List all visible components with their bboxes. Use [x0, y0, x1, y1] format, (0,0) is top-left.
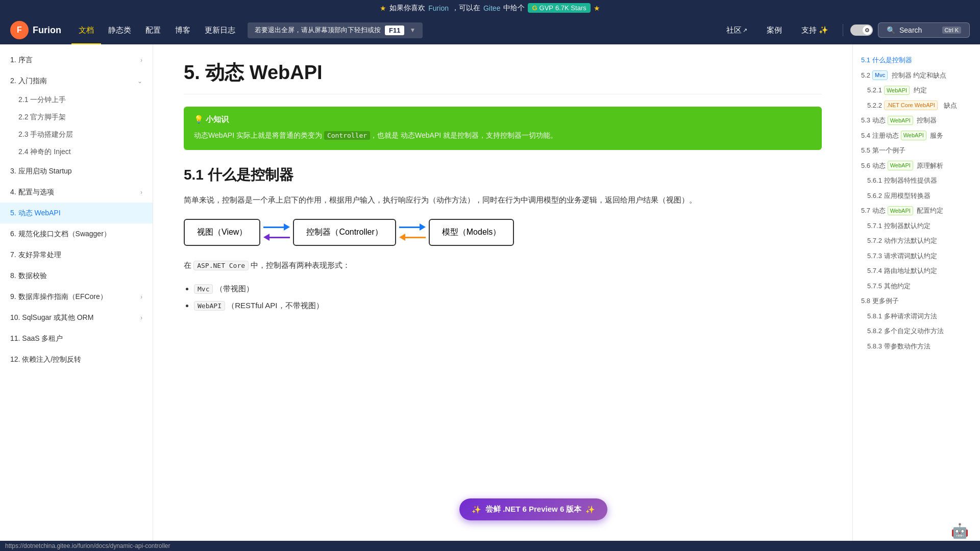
toc-item-581[interactable]: 5.8.1 多种请求谓词方法 — [853, 309, 975, 324]
bullet-item-webapi: WebAPI （RESTful API，不带视图） — [194, 299, 822, 312]
nav-item-community[interactable]: 社区 ↗ — [719, 16, 754, 44]
info-box: 💡 小知识 动态WebAPI 实际上就是将普通的类变为 Controller，也… — [184, 107, 822, 150]
nav-item-docs[interactable]: 文档 — [71, 16, 101, 44]
nav-item-blog[interactable]: 博客 — [168, 16, 198, 44]
toc-item-522[interactable]: 5.2.2 .NET Core WebAPI 缺点 — [853, 98, 975, 113]
sidebar-item-preface[interactable]: 1. 序言 › — [0, 49, 153, 70]
star-right: ★ — [594, 4, 600, 12]
sidebar-item-quickstart[interactable]: 2.1 一分钟上手 — [0, 91, 153, 109]
toc-item-574[interactable]: 5.7.4 路由地址默认约定 — [853, 263, 975, 279]
sidebar-item-sqlsugar[interactable]: 10. SqlSugar 或其他 ORM › — [0, 307, 153, 328]
toggle-knob: ⚙ — [863, 26, 872, 35]
sidebar-item-webapi[interactable]: 5. 动态 WebAPI — [0, 203, 153, 223]
chevron-icon: › — [140, 292, 142, 302]
toc-webapi-badge4: WebAPI — [888, 161, 913, 170]
toc-item-573[interactable]: 5.7.3 请求谓词默认约定 — [853, 248, 975, 264]
status-url: https://dotnetchina.gitee.io/furion/docs… — [5, 542, 170, 549]
diagram-controller: 控制器（Controller） — [293, 219, 396, 246]
info-box-text: 动态WebAPI 实际上就是将普通的类变为 Controller，也就是 动态W… — [194, 130, 812, 142]
toc-item-583[interactable]: 5.8.3 带参数动作方法 — [853, 339, 975, 354]
sidebar-item-exceptions[interactable]: 7. 友好异常处理 — [0, 244, 153, 265]
diagram-model: 模型（Models） — [429, 219, 514, 246]
aspnetcore-badge: ASP.NET Core — [193, 261, 249, 270]
gvp-badge: G GVP 6.7K Stars — [528, 3, 590, 13]
toc-item-57[interactable]: 5.7 动态 WebAPI 配置约定 — [853, 203, 975, 218]
search-label: Search — [899, 26, 922, 34]
webapi-text: （RESTful API，不带视图） — [227, 301, 323, 310]
sidebar-item-config[interactable]: 4. 配置与选项 › — [0, 182, 153, 203]
search-button[interactable]: 🔍 Search Ctrl K — [878, 22, 970, 38]
toc-item-55[interactable]: 5.5 第一个例子 — [853, 143, 975, 158]
float-preview-button[interactable]: ✨ 尝鲜 .NET 6 Preview 6 版本 ✨ — [459, 498, 607, 520]
toc-webapi-badge2: WebAPI — [888, 116, 913, 126]
toc-webapi-badge3: WebAPI — [901, 131, 926, 140]
g-icon: G — [532, 4, 537, 12]
nav-item-static[interactable]: 静态类 — [101, 16, 138, 44]
logo-text: Furion — [33, 25, 61, 36]
banner-text2: ，可以在 — [452, 4, 480, 13]
toc-item-561[interactable]: 5.6.1 控制器特性提供器 — [853, 173, 975, 188]
toc-item-562[interactable]: 5.6.2 应用模型转换器 — [853, 188, 975, 204]
toc-item-571[interactable]: 5.7.1 控制器默认约定 — [853, 218, 975, 234]
toc-item-572[interactable]: 5.7.2 动作方法默认约定 — [853, 233, 975, 248]
banner-link-furion[interactable]: Furion — [428, 4, 449, 12]
toc-item-54[interactable]: 5.4 注册动态 WebAPI 服务 — [853, 128, 975, 143]
sidebar-item-efcore[interactable]: 9. 数据库操作指南（EFCore） › — [0, 286, 153, 307]
toc-item-52[interactable]: 5.2 Mvc 控制器 约定和缺点 — [853, 68, 975, 83]
nav-item-config[interactable]: 配置 — [138, 16, 168, 44]
toc-panel: 5.1 什么是控制器 5.2 Mvc 控制器 约定和缺点 5.2.1 WebAP… — [852, 44, 975, 550]
content-area: 5. 动态 WebAPI 💡 小知识 动态WebAPI 实际上就是将普通的类变为… — [153, 44, 852, 550]
sidebar-item-swagger[interactable]: 6. 规范化接口文档（Swagger） — [0, 223, 153, 244]
sidebar-item-getting-started[interactable]: 2. 入门指南 ⌄ — [0, 70, 153, 91]
info-box-title: 💡 小知识 — [194, 115, 812, 124]
toc-webapi-badge5: WebAPI — [888, 206, 913, 216]
navbar-right: 社区 ↗ 案例 支持 ✨ ⚙ 🔍 Search Ctrl K — [719, 16, 970, 44]
toc-item-58[interactable]: 5.8 更多例子 — [853, 293, 975, 309]
mvc-text: （带视图） — [215, 284, 254, 293]
arrow-controller-model — [399, 223, 426, 241]
float-btn-label: 尝鲜 .NET 6 Preview 6 版本 — [485, 505, 581, 514]
toc-item-521[interactable]: 5.2.1 WebAPI 约定 — [853, 83, 975, 98]
theme-toggle[interactable]: ⚙ — [850, 24, 873, 36]
section1-text: 简单来说，控制器是一个承上启下的作用，根据用户输入，执行响应行为（动作方法），同… — [184, 193, 822, 207]
toc-item-53[interactable]: 5.3 动态 WebAPI 控制器 — [853, 113, 975, 128]
sidebar-item-inject[interactable]: 2.4 神奇的 Inject — [0, 143, 153, 161]
search-icon: 🔍 — [887, 26, 895, 34]
fullscreen-chevron: ▼ — [409, 27, 415, 34]
sidebar-item-startup[interactable]: 3. 应用启动 Startup — [0, 161, 153, 182]
controller-diagram: 视图（View） 控制器（Controller） — [184, 219, 822, 246]
gvp-label: GVP — [540, 4, 553, 12]
sidebar-item-di[interactable]: 12. 依赖注入/控制反转 — [0, 349, 153, 370]
f11-key: F11 — [385, 26, 404, 35]
toc-netcore-badge: .NET Core WebAPI — [884, 101, 938, 110]
toc-item-575[interactable]: 5.7.5 其他约定 — [853, 279, 975, 294]
sidebar-item-manual-layer[interactable]: 2.3 手动搭建分层 — [0, 126, 153, 143]
fullscreen-hint-text: 若要退出全屏，请从屏幕顶部向下轻扫或按 — [255, 26, 381, 35]
toc-item-582[interactable]: 5.8.2 多个自定义动作方法 — [853, 323, 975, 339]
toc-item-51[interactable]: 5.1 什么是控制器 — [853, 53, 975, 68]
webapi-badge: WebAPI — [194, 301, 225, 311]
nav-item-cases[interactable]: 案例 — [760, 16, 789, 44]
mvc-badge: Mvc — [194, 284, 213, 294]
nav-divider — [843, 24, 843, 36]
toc-item-56[interactable]: 5.6 动态 WebAPI 原理解析 — [853, 158, 975, 173]
nav-item-support[interactable]: 支持 ✨ — [794, 16, 836, 44]
toggle-switch[interactable]: ⚙ — [850, 24, 873, 36]
arrow-view-controller — [263, 223, 290, 241]
sidebar-item-validation[interactable]: 8. 数据校验 — [0, 265, 153, 286]
banner-text1: 如果你喜欢 — [389, 4, 425, 13]
navbar: F Furion 文档 静态类 配置 博客 更新日志 若要退出全屏，请从屏幕顶部… — [0, 16, 980, 44]
sidebar-item-saas[interactable]: 11. SaaS 多租户 — [0, 328, 153, 349]
robot-icon[interactable]: 🤖 — [949, 520, 970, 541]
nav-item-changelog[interactable]: 更新日志 — [198, 16, 242, 44]
logo[interactable]: F Furion — [10, 21, 61, 39]
bullet-item-mvc: Mvc （带视图） — [194, 282, 822, 295]
chevron-icon: › — [140, 56, 142, 65]
sidebar-item-scaffold[interactable]: 2.2 官方脚手架 — [0, 109, 153, 126]
banner-link-gitee[interactable]: Gitee — [483, 4, 500, 12]
section1-text2: 在 ASP.NET Core 中，控制器有两种表现形式： — [184, 258, 822, 272]
stars-count: 6.7K Stars — [555, 4, 586, 12]
sparkle-right-icon: ✨ — [585, 505, 595, 514]
search-kbd: Ctrl K — [942, 27, 962, 34]
top-banner: ★ 如果你喜欢 Furion ，可以在 Gitee 中给个 G GVP 6.7K… — [0, 0, 980, 16]
